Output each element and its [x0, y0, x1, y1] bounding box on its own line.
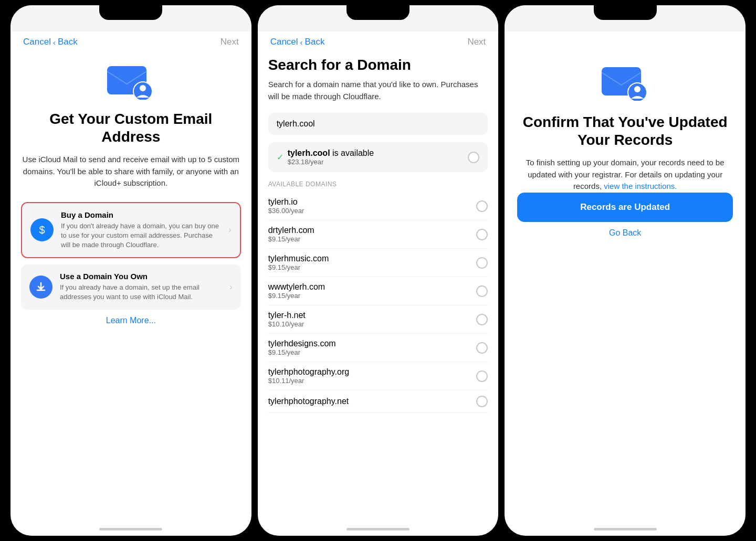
radio-tylerhdesigns[interactable]: [476, 342, 488, 354]
dollar-icon: $: [30, 218, 54, 241]
left-screen: Cancel ‹ Back Next: [10, 5, 251, 536]
available-domain-card[interactable]: ✓ tylerh.cool is available $23.18/year: [268, 142, 488, 172]
list-item[interactable]: tyler-h.net$10.10/year: [268, 305, 488, 334]
available-domains-header: AVAILABLE DOMAINS: [268, 181, 488, 188]
middle-screen: Cancel ‹ Back Next Search for a Domain S…: [258, 5, 499, 536]
list-item[interactable]: wwwtylerh.com$9.15/year: [268, 277, 488, 305]
domain-list: tylerh.io$36.00/year drtylerh.com$9.15/y…: [268, 192, 488, 413]
radio-tylerhphoto-net[interactable]: [476, 396, 488, 407]
own-domain-desc: If you already have a domain, set up the…: [60, 283, 222, 302]
own-domain-chevron-icon: ›: [229, 282, 232, 292]
right-content: Confirm That You've Updated Your Records…: [505, 31, 746, 525]
notch: [99, 5, 162, 20]
radio-wwwtylerh[interactable]: [476, 285, 488, 297]
list-item[interactable]: tylerhphotography.org$10.11/year: [268, 362, 488, 390]
radio-tylerh-io[interactable]: [476, 200, 488, 212]
left-panel: Get Your Custom Email Address Use iCloud…: [21, 51, 241, 325]
go-back-link[interactable]: Go Back: [609, 228, 641, 238]
nav-bar-left: Cancel ‹ Back Next: [10, 31, 251, 51]
available-domain-name: tylerh.cool is available: [288, 148, 374, 158]
right-panel: Confirm That You've Updated Your Records…: [517, 31, 733, 246]
download-icon: [29, 275, 52, 299]
nav-cancel-back-middle: Cancel ‹ Back: [270, 37, 325, 47]
buy-domain-desc: If you don't already have a domain, you …: [61, 221, 221, 250]
buy-domain-option[interactable]: $ Buy a Domain If you don't already have…: [21, 202, 241, 259]
notch-middle: [346, 5, 410, 20]
middle-panel: Search for a Domain Search for a domain …: [268, 51, 488, 413]
own-domain-text: Use a Domain You Own If you already have…: [60, 272, 222, 302]
available-radio[interactable]: [468, 152, 479, 163]
own-domain-title: Use a Domain You Own: [60, 272, 222, 281]
email-with-person-icon-right: [602, 63, 649, 101]
buy-domain-chevron-icon: ›: [228, 225, 231, 235]
right-panel-description: To finish setting up your domain, your r…: [517, 157, 733, 193]
domain-search-input[interactable]: tylerh.cool: [268, 113, 488, 135]
middle-desc: Search for a domain name that you'd like…: [268, 79, 488, 102]
records-updated-button[interactable]: Records are Updated: [517, 193, 733, 222]
back-chevron-icon: ‹: [53, 38, 56, 47]
cancel-button[interactable]: Cancel: [23, 37, 51, 47]
cancel-button-middle[interactable]: Cancel: [270, 37, 298, 47]
next-button-middle: Next: [467, 37, 486, 47]
list-item[interactable]: drtylerh.com$9.15/year: [268, 220, 488, 249]
radio-tylerhmusic[interactable]: [476, 257, 488, 269]
right-panel-title: Confirm That You've Updated Your Records: [517, 113, 733, 148]
back-chevron-middle-icon: ‹: [300, 38, 303, 47]
email-icon-right-container: [602, 63, 649, 101]
radio-drtylerh[interactable]: [476, 229, 488, 240]
back-button[interactable]: Back: [58, 37, 78, 47]
list-item[interactable]: tylerh.io$36.00/year: [268, 192, 488, 220]
list-item[interactable]: tylerhphotography.net: [268, 390, 488, 413]
svg-point-2: [140, 85, 146, 91]
list-item[interactable]: tylerhmusic.com$9.15/year: [268, 249, 488, 277]
left-panel-title: Get Your Custom Email Address: [21, 110, 241, 145]
list-item[interactable]: tylerhdesigns.com$9.15/year: [268, 334, 488, 362]
view-instructions-link[interactable]: view the instructions.: [604, 182, 677, 190]
buy-domain-text: Buy a Domain If you don't already have a…: [61, 210, 221, 250]
use-own-domain-option[interactable]: Use a Domain You Own If you already have…: [21, 264, 241, 309]
buy-domain-title: Buy a Domain: [61, 210, 221, 219]
check-icon: ✓: [277, 152, 284, 162]
available-domain-price: $23.18/year: [288, 158, 374, 166]
radio-tyler-h-net[interactable]: [476, 314, 488, 325]
home-indicator-right: [594, 528, 657, 531]
right-screen: Confirm That You've Updated Your Records…: [505, 5, 746, 536]
nav-cancel-back: Cancel ‹ Back: [23, 37, 78, 47]
left-panel-description: Use iCloud Mail to send and receive emai…: [21, 154, 241, 189]
available-left: ✓ tylerh.cool is available $23.18/year: [277, 148, 374, 166]
radio-tylerhphoto-org[interactable]: [476, 370, 488, 382]
email-with-person-icon: [107, 62, 154, 100]
middle-title: Search for a Domain: [268, 57, 488, 73]
middle-content: Search for a Domain Search for a domain …: [258, 51, 499, 525]
left-content: Get Your Custom Email Address Use iCloud…: [10, 51, 251, 525]
bottom-indicator-left: [10, 525, 251, 536]
svg-point-5: [634, 86, 640, 92]
nav-bar-middle: Cancel ‹ Back Next: [258, 31, 499, 51]
email-icon-container: [21, 62, 241, 100]
home-indicator: [99, 528, 162, 531]
bottom-indicator-right: [505, 525, 746, 536]
search-input-value: tylerh.cool: [277, 119, 315, 128]
bottom-indicator-middle: [258, 525, 499, 536]
home-indicator-middle: [346, 528, 410, 531]
learn-more-link[interactable]: Learn More...: [21, 316, 241, 325]
back-button-middle[interactable]: Back: [305, 37, 325, 47]
notch-right: [594, 5, 657, 20]
next-button: Next: [220, 37, 239, 47]
